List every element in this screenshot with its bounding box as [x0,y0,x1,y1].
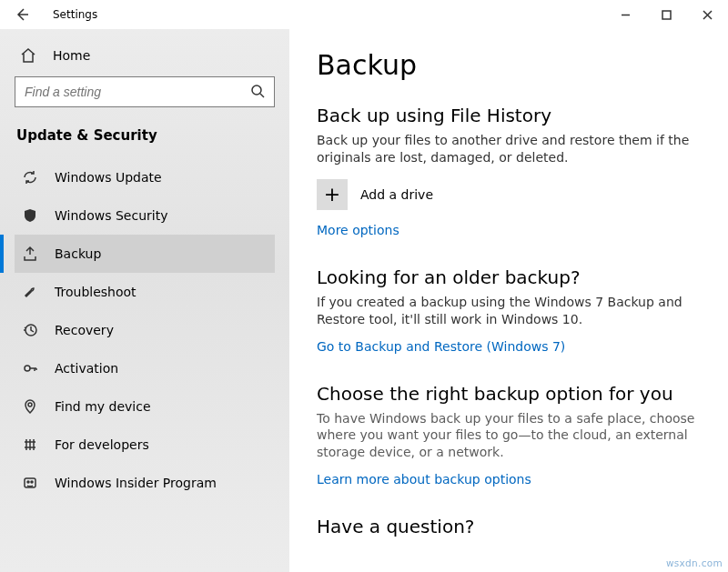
choose-option-heading: Choose the right backup option for you [317,383,703,405]
section-choose-option: Choose the right backup option for you T… [317,383,703,509]
sidebar-item-recovery[interactable]: Recovery [15,311,275,349]
svg-rect-0 [662,11,671,19]
page-title: Backup [317,49,703,81]
learn-more-link[interactable]: Learn more about backup options [317,472,531,487]
titlebar: Settings [0,0,728,29]
search-input[interactable] [25,85,250,99]
sidebar-item-find-my-device[interactable]: Find my device [15,387,275,426]
location-icon [22,398,38,415]
shield-icon [22,207,38,224]
older-backup-body: If you created a backup using the Window… [317,294,703,328]
sidebar-item-label: Windows Insider Program [55,476,217,490]
add-drive-button[interactable]: + Add a drive [317,179,703,210]
sidebar-item-backup[interactable]: Backup [15,235,275,273]
section-older-backup: Looking for an older backup? If you crea… [317,266,703,376]
window-title: Settings [53,8,97,21]
search-icon [250,84,265,101]
svg-point-6 [27,481,29,483]
minimize-icon [621,10,631,20]
sidebar-item-for-developers[interactable]: For developers [15,426,275,464]
svg-point-4 [28,403,32,406]
sidebar-item-label: Windows Security [55,208,167,223]
question-heading: Have a question? [317,516,703,537]
watermark: wsxdn.com [666,557,723,568]
add-drive-label: Add a drive [360,187,433,202]
sidebar-item-activation[interactable]: Activation [15,349,275,387]
home-nav[interactable]: Home [15,40,275,76]
search-box[interactable] [15,76,275,107]
svg-point-7 [31,481,33,483]
sidebar-item-label: Backup [55,246,101,261]
sidebar-item-label: Troubleshoot [55,285,136,299]
sidebar-item-label: Activation [55,361,118,376]
section-question: Have a question? [317,516,703,537]
sidebar-item-windows-security[interactable]: Windows Security [15,196,275,235]
more-options-link[interactable]: More options [317,223,399,237]
window-controls [605,0,728,29]
sidebar-item-label: For developers [55,437,149,452]
sidebar-item-troubleshoot[interactable]: Troubleshoot [15,273,275,311]
file-history-body: Back up your files to another drive and … [317,132,703,166]
sidebar-item-windows-update[interactable]: Windows Update [15,158,275,196]
back-button[interactable] [13,7,31,22]
nav-list: Windows Update Windows Security Backup T… [15,158,275,502]
main-content: Backup Back up using File History Back u… [289,29,728,572]
history-icon [22,322,38,338]
maximize-icon [662,10,672,20]
svg-point-1 [252,85,261,95]
choose-option-body: To have Windows back up your files to a … [317,410,703,462]
file-history-heading: Back up using File History [317,105,703,126]
backup-icon [22,246,38,262]
wrench-icon [22,284,38,300]
home-icon [20,47,36,64]
sync-icon [22,169,38,186]
sidebar-item-label: Recovery [55,323,114,337]
sidebar-item-label: Windows Update [55,170,162,185]
minimize-button[interactable] [605,0,646,29]
home-label: Home [53,48,90,63]
arrow-left-icon [15,7,29,22]
sidebar-item-label: Find my device [55,399,151,414]
backup-restore-link[interactable]: Go to Backup and Restore (Windows 7) [317,339,565,354]
sidebar-item-windows-insider[interactable]: Windows Insider Program [15,464,275,502]
plus-icon: + [317,179,348,210]
svg-point-3 [25,366,30,371]
close-button[interactable] [687,0,728,29]
insider-icon [22,475,38,491]
sidebar: Home Update & Security Windows Update Wi… [0,29,289,572]
developers-icon [22,437,38,453]
maximize-button[interactable] [646,0,687,29]
older-backup-heading: Looking for an older backup? [317,266,703,288]
sidebar-section-header: Update & Security [16,127,275,144]
close-icon [703,10,713,20]
section-file-history: Back up using File History Back up your … [317,105,703,259]
key-icon [22,360,38,376]
